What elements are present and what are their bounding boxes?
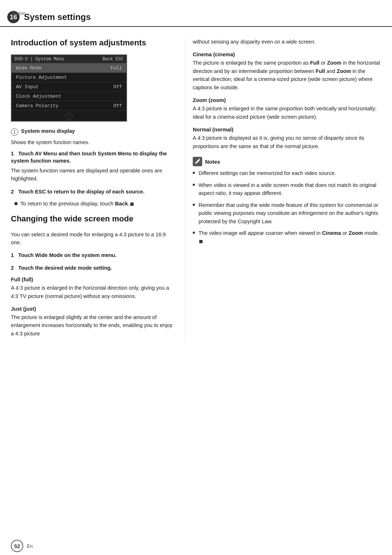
sys-menu-row-4: Camera Polarity Off [12, 101, 126, 111]
sys-menu-row-1: Picture Adjustment [12, 73, 126, 82]
notes-header: Notes [193, 157, 381, 166]
row-label-3: Clock Adjustment [16, 94, 61, 99]
step-1: 1 Touch AV Menu and then touch System Me… [11, 150, 174, 183]
section-label: Section [11, 11, 25, 16]
wide-screen-intro: You can select a desired mode for enlarg… [11, 230, 174, 247]
notes-label: Notes [205, 159, 220, 165]
page-footer: 52 En [11, 540, 33, 552]
sys-menu-row-2: AV Input Off [12, 82, 126, 92]
note-text-2: Remember that using the wide mode featur… [199, 201, 381, 225]
note-bullet-0 [193, 172, 195, 174]
wide-step-1: 1 Touch Wide Mode on the system menu. [11, 252, 174, 259]
pencil-icon [195, 159, 200, 164]
full-heading: Full (full) [11, 277, 174, 282]
normal-body: A 4:3 picture is displayed as it is, giv… [193, 134, 381, 150]
circle-item-label: System menu display [21, 128, 75, 134]
circle-item-body: Shows the system function names. [11, 139, 174, 147]
normal-heading: Normal (normal) [193, 127, 381, 132]
page-lang: En [27, 543, 33, 549]
note-bullet-2 [193, 204, 195, 206]
circle-item-1: 1 System menu display [11, 128, 174, 136]
row-label-1: Picture Adjustment [16, 75, 67, 80]
note-bullet-3 [193, 232, 195, 234]
sys-menu-header-right: Back ESC [102, 57, 123, 62]
left-column: Introduction of system adjustments DVD-V… [11, 38, 185, 343]
sys-menu-row-0: Wide Mode Full [12, 64, 126, 73]
row-value-2: Off [114, 84, 122, 90]
cinema-body: The picture is enlarged by the same prop… [193, 59, 381, 91]
wide-step-2-heading: 2 Touch the desired wide mode setting. [11, 264, 174, 272]
sys-menu-footer: 1 [12, 111, 126, 121]
intro-body: without sensing any disparity even on a … [193, 38, 381, 46]
intro-heading: Introduction of system adjustments [11, 38, 174, 48]
step-1-body: The system function names are displayed … [11, 167, 174, 183]
end-square-2 [199, 240, 203, 243]
just-heading: Just (just) [11, 306, 174, 312]
wide-step-1-heading: 1 Touch Wide Mode on the system menu. [11, 252, 174, 259]
cinema-heading: Cinema (cinema) [193, 52, 381, 57]
sys-menu-header-left: DVD-V | System Menu [15, 57, 64, 62]
zoom-heading: Zoom (zoom) [193, 97, 381, 103]
note-item-0: Different settings can be memorized for … [193, 169, 381, 177]
note-item-2: Remember that using the wide mode featur… [193, 201, 381, 225]
menu-circle-num: 1 [65, 113, 73, 120]
notes-icon [193, 157, 202, 166]
step-1-heading: 1 Touch AV Menu and then touch System Me… [11, 150, 174, 165]
sys-menu-header: DVD-V | System Menu Back ESC [12, 55, 126, 64]
header-bar: 16 System settings [0, 8, 392, 27]
wide-screen-heading: Changing the wide screen mode [11, 214, 174, 224]
page-number: 52 [11, 540, 23, 552]
notes-list: Different settings can be memorized for … [193, 169, 381, 245]
bullet-text: To return to the previous display, touch… [20, 200, 134, 207]
row-label-4: Camera Polarity [16, 103, 58, 109]
bullet-step: To return to the previous display, touch… [15, 200, 174, 207]
right-column: without sensing any disparity even on a … [185, 38, 381, 343]
full-body: A 4:3 picture is enlarged in the horizon… [11, 284, 174, 300]
note-bullet-1 [193, 184, 195, 186]
header-title: System settings [24, 12, 91, 22]
end-square [130, 203, 134, 206]
note-item-1: When video is viewed in a wide screen mo… [193, 181, 381, 197]
content-columns: Introduction of system adjustments DVD-V… [0, 38, 392, 343]
row-value-0: Full [111, 65, 122, 71]
notes-box: Notes Different settings can be memorize… [193, 157, 381, 245]
note-item-3: The video image will appear coarser when… [193, 229, 381, 245]
step-2: 2 Touch ESC to return to the display of … [11, 188, 174, 195]
sys-menu-row-3: Clock Adjustment [12, 92, 126, 101]
row-label-2: AV Input [16, 84, 38, 90]
page-container: Section 16 System settings Introduction … [0, 8, 392, 555]
circle-num-1: 1 [11, 128, 18, 136]
zoom-body: A 4:3 picture is enlarged in the same pr… [193, 105, 381, 121]
wide-step-2: 2 Touch the desired wide mode setting. [11, 264, 174, 272]
row-value-4: Off [114, 103, 122, 109]
bullet-square [15, 202, 17, 205]
note-text-0: Different settings can be memorized for … [199, 169, 336, 177]
system-menu-screenshot: DVD-V | System Menu Back ESC Wide Mode F… [11, 54, 127, 122]
just-body: The picture is enlarged slightly at the … [11, 313, 174, 338]
note-text-3: The video image will appear coarser when… [199, 229, 381, 245]
step-2-heading: 2 Touch ESC to return to the display of … [11, 188, 174, 195]
note-text-1: When video is viewed in a wide screen mo… [199, 181, 381, 197]
row-label-0: Wide Mode [16, 65, 41, 71]
